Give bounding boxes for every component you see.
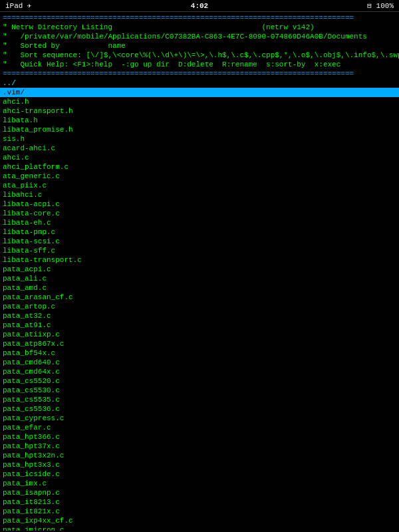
terminal-line: libata-acpi.c — [0, 200, 399, 209]
terminal-line: pata_cs5520.c — [0, 376, 399, 386]
terminal-line: pata_cs5536.c — [0, 404, 399, 414]
terminal-line: pata_amd.c — [0, 283, 399, 293]
terminal-line: pata_icside.c — [0, 469, 399, 479]
terminal-line: pata_cs5535.c — [0, 395, 399, 404]
terminal-line: " /private/var/mobile/Applications/C0738… — [0, 32, 399, 41]
terminal-line: pata_hpt366.c — [0, 432, 399, 442]
terminal-line: pata_acpi.c — [0, 265, 399, 274]
terminal-line: pata_atiixp.c — [0, 330, 399, 339]
terminal-line: libata.h — [0, 116, 399, 125]
terminal-line: pata_at32.c — [0, 311, 399, 321]
terminal-line: pata_bf54x.c — [0, 348, 399, 358]
status-bar: iPad ✈ 4:02 ⊟ 100% — [0, 0, 399, 12]
terminal-line: " Sort sequence: [\/]$,\<core\%(\.\d\+\)… — [0, 51, 399, 60]
terminal-line: pata_it821x.c — [0, 507, 399, 516]
battery-label: ⊟ 100% — [367, 1, 394, 10]
terminal-line: pata_at91.c — [0, 321, 399, 330]
terminal-line: " Netrw Directory Listing (netrw v142) — [0, 23, 399, 32]
terminal-line: pata_ali.c — [0, 274, 399, 283]
terminal-line: libata-core.c — [0, 209, 399, 218]
terminal-line: libata-eh.c — [0, 218, 399, 227]
terminal-line: libata_promise.h — [0, 125, 399, 134]
terminal-line: libahci.c — [0, 190, 399, 200]
terminal-line: pata_jmicron.c — [0, 525, 399, 531]
terminal-line: pata_cmd64x.c — [0, 367, 399, 376]
terminal-line: pata_atp867x.c — [0, 339, 399, 348]
terminal-line: ahci.h — [0, 97, 399, 106]
ipad-label: iPad ✈ — [5, 1, 32, 10]
terminal-line: libata-transport.c — [0, 255, 399, 265]
terminal-line: ahci_platform.c — [0, 162, 399, 172]
terminal-line: pata_hpt37x.c — [0, 442, 399, 451]
terminal-line: pata_artop.c — [0, 302, 399, 311]
terminal-line: sis.h — [0, 134, 399, 144]
terminal-line[interactable]: .vim/ — [0, 88, 399, 97]
terminal-line: ========================================… — [0, 13, 399, 23]
terminal-line: pata_imx.c — [0, 479, 399, 488]
terminal-line: " Sorted by name — [0, 41, 399, 51]
terminal-line: pata_hpt3x2n.c — [0, 451, 399, 460]
terminal-line: ahci.c — [0, 153, 399, 162]
terminal-line: ../ — [0, 78, 399, 88]
terminal-line: pata_hpt3x3.c — [0, 460, 399, 469]
terminal-line: ahci-transport.h — [0, 106, 399, 116]
terminal[interactable]: ========================================… — [0, 12, 399, 531]
terminal-line: pata_it8213.c — [0, 497, 399, 507]
status-left: iPad ✈ — [5, 1, 32, 10]
terminal-line: ata_generic.c — [0, 172, 399, 181]
status-time: 4:02 — [191, 2, 208, 10]
status-right: ⊟ 100% — [367, 1, 394, 10]
terminal-line: libata-pmp.c — [0, 227, 399, 237]
terminal-line: pata_cypress.c — [0, 414, 399, 423]
terminal-line: " Quick Help: <F1>:help -:go up dir D:de… — [0, 60, 399, 69]
terminal-line: pata_efar.c — [0, 423, 399, 432]
terminal-line: acard-ahci.c — [0, 144, 399, 153]
terminal-line: ========================================… — [0, 69, 399, 78]
terminal-line: pata_cs5530.c — [0, 386, 399, 395]
terminal-line: ata_piix.c — [0, 181, 399, 190]
terminal-line: pata_cmd640.c — [0, 358, 399, 367]
terminal-line: pata_isapnp.c — [0, 488, 399, 497]
terminal-line: libata-sff.c — [0, 246, 399, 255]
terminal-line: pata_arasan_cf.c — [0, 293, 399, 302]
terminal-line: libata-scsi.c — [0, 237, 399, 246]
terminal-line: pata_ixp4xx_cf.c — [0, 516, 399, 525]
